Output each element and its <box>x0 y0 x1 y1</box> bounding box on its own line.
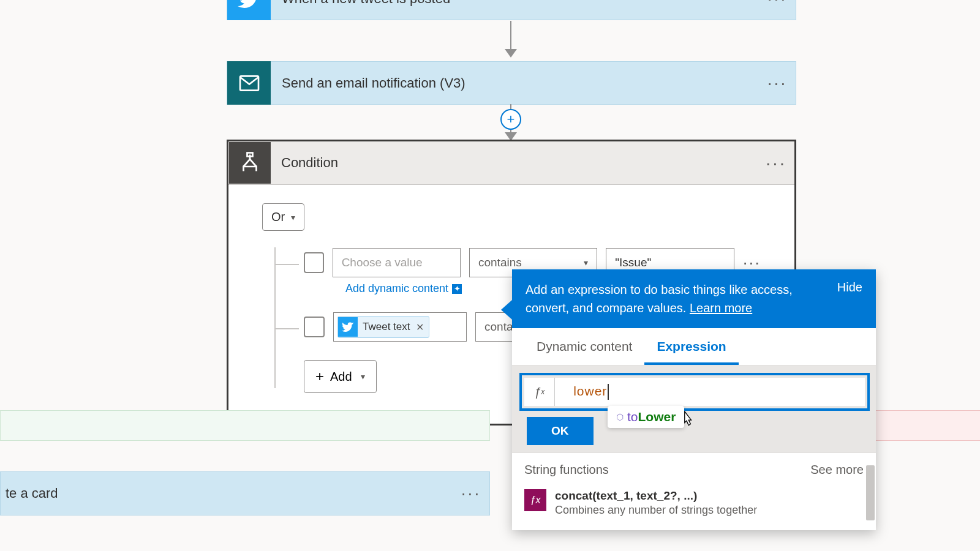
scrollbar[interactable] <box>866 465 875 520</box>
highlight-annotation: ƒx lower ⬡ toLower <box>519 373 870 411</box>
arrow-icon <box>505 49 517 58</box>
fx-icon: ƒx <box>524 378 555 406</box>
function-description: Combines any number of strings together <box>555 504 757 517</box>
tab-dynamic-content[interactable]: Dynamic content <box>524 328 644 365</box>
tree-line <box>274 264 299 265</box>
suggestion-match: Lower <box>638 410 676 424</box>
token-remove-icon[interactable]: ✕ <box>416 321 424 333</box>
see-more-link[interactable]: See more <box>810 463 864 477</box>
connector <box>510 21 511 50</box>
popup-description: Add an expression to do basic things lik… <box>526 280 827 317</box>
chevron-down-icon: ▾ <box>291 212 295 222</box>
callout-pointer <box>501 300 512 320</box>
value-input[interactable]: Tweet text ✕ <box>333 312 467 342</box>
action-step-card[interactable]: te a card ··· <box>0 471 490 515</box>
learn-more-link[interactable]: Learn more <box>690 301 752 315</box>
autocomplete-suggestion[interactable]: ⬡ toLower <box>608 406 684 428</box>
operator-label: conta <box>484 320 513 334</box>
card-title: te a card <box>6 485 453 501</box>
function-item[interactable]: ƒx concat(text_1, text_2?, ...) Combines… <box>524 485 864 520</box>
twitter-icon <box>338 317 358 337</box>
row-checkbox[interactable] <box>304 317 325 337</box>
email-icon <box>227 61 271 105</box>
trigger-title: When a new tweet is posted <box>271 0 759 7</box>
expression-text: lower <box>555 384 865 400</box>
twitter-icon <box>227 0 271 20</box>
condition-title: Condition <box>271 155 758 171</box>
action-title: Send an email notification (V3) <box>271 75 759 91</box>
value-input[interactable]: Choose a value <box>333 248 461 277</box>
function-icon: ƒx <box>524 489 546 511</box>
tab-expression[interactable]: Expression <box>644 328 738 365</box>
chevron-down-icon: ▾ <box>361 372 365 381</box>
add-label: Add <box>330 370 352 384</box>
trigger-step[interactable]: When a new tweet is posted ··· <box>227 0 796 20</box>
chevron-down-icon: ▾ <box>584 258 588 268</box>
dynamic-toggle-icon: ✦ <box>452 284 462 294</box>
hide-button[interactable]: Hide <box>837 280 862 294</box>
step-menu-button[interactable]: ··· <box>759 0 796 9</box>
expression-popup: Add an expression to do basic things lik… <box>512 269 876 530</box>
function-name: concat(text_1, text_2?, ...) <box>555 489 757 503</box>
logic-dropdown[interactable]: Or ▾ <box>262 203 304 231</box>
action-step-email[interactable]: Send an email notification (V3) ··· <box>227 61 796 105</box>
yes-branch <box>0 410 490 441</box>
condition-header[interactable]: Condition ··· <box>228 141 794 185</box>
section-title: String functions <box>524 463 609 477</box>
step-menu-button[interactable]: ··· <box>759 73 796 93</box>
add-dynamic-label: Add dynamic content <box>345 282 448 295</box>
logic-label: Or <box>271 210 285 224</box>
row-checkbox[interactable] <box>304 252 324 273</box>
cube-icon: ⬡ <box>616 412 624 422</box>
operator-label: contains <box>478 256 522 269</box>
add-row-button[interactable]: + Add ▾ <box>304 360 377 393</box>
expression-input[interactable]: ƒx lower <box>524 378 865 406</box>
plus-icon: + <box>315 368 324 385</box>
step-menu-button[interactable]: ··· <box>453 484 489 503</box>
mouse-cursor-icon <box>680 411 693 428</box>
condition-menu-button[interactable]: ··· <box>758 152 794 173</box>
ok-button[interactable]: OK <box>527 417 594 445</box>
suggestion-prefix: to <box>627 410 638 424</box>
dynamic-token[interactable]: Tweet text ✕ <box>337 316 429 338</box>
tree-line <box>274 328 299 329</box>
token-label: Tweet text <box>363 321 410 333</box>
condition-icon <box>229 142 271 184</box>
add-step-button[interactable]: + <box>500 109 521 130</box>
